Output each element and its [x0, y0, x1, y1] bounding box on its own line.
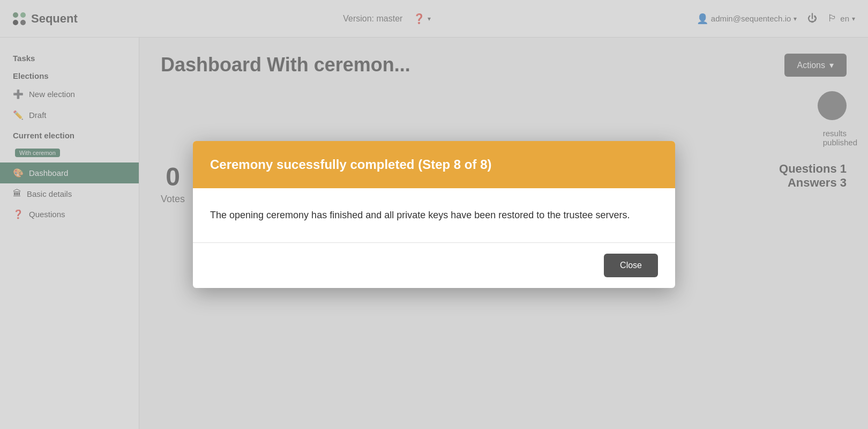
modal-body: The opening ceremony has finished and al… [193, 188, 675, 243]
close-label: Close [620, 261, 642, 270]
modal-header: Ceremony sucessfully completed (Step 8 o… [193, 141, 675, 188]
modal-body-text: The opening ceremony has finished and al… [210, 208, 658, 223]
modal: Ceremony sucessfully completed (Step 8 o… [193, 141, 675, 288]
close-button[interactable]: Close [604, 254, 658, 277]
modal-footer: Close [193, 243, 675, 288]
modal-title: Ceremony sucessfully completed (Step 8 o… [210, 157, 658, 172]
modal-overlay: Ceremony sucessfully completed (Step 8 o… [0, 0, 868, 429]
